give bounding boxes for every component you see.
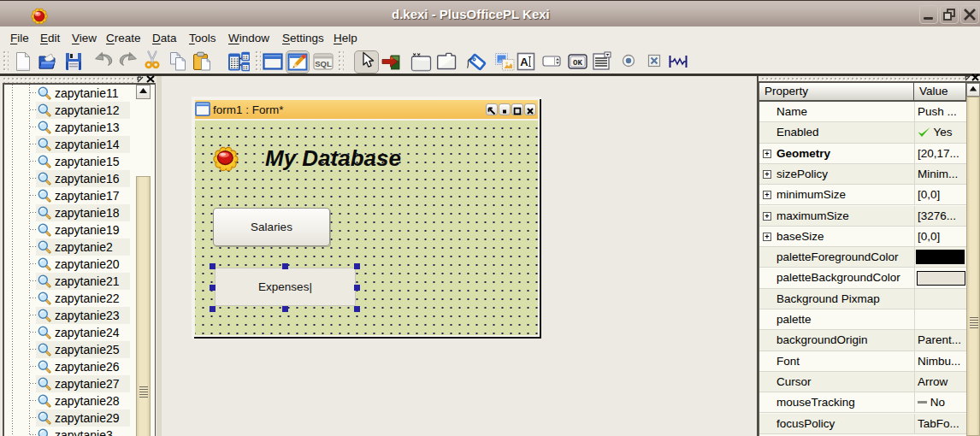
svg-text:SQL: SQL: [315, 59, 332, 68]
svg-text:A: A: [520, 56, 528, 68]
svg-text:OK: OK: [573, 59, 582, 68]
